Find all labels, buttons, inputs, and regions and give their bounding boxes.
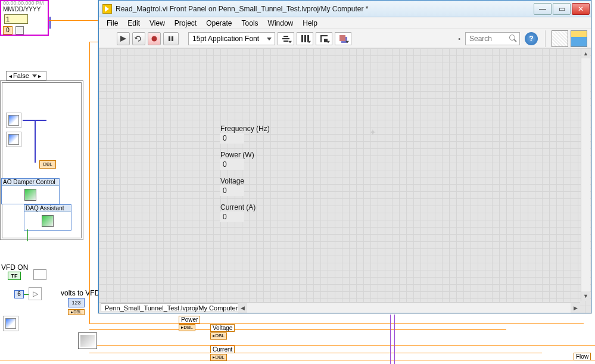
current-value[interactable]: 0 — [220, 211, 244, 222]
font-selector[interactable]: 15pt Application Font — [188, 32, 275, 45]
search-input[interactable] — [469, 35, 509, 43]
menu-project[interactable]: Project — [170, 19, 201, 27]
menu-tools[interactable]: Tools — [238, 19, 263, 27]
compare-node[interactable]: ▷ — [29, 287, 42, 300]
bd-current-label: Current — [210, 346, 235, 353]
close-button[interactable]: ✕ — [572, 3, 590, 15]
ao-damper-control-vi[interactable]: AO Damper Control — [1, 178, 60, 204]
scroll-up-arrow[interactable]: ▲ — [581, 49, 590, 58]
index-zero: 0 — [3, 26, 13, 35]
wire — [35, 120, 36, 163]
window-title: Read_Magtrol.vi Front Panel on Penn_Smal… — [116, 5, 532, 13]
voltage-label: Voltage — [220, 177, 244, 185]
scroll-left-arrow[interactable]: ◀ — [238, 303, 247, 313]
dbl-type-chip: ▸DBL — [210, 332, 227, 340]
menu-edit[interactable]: Edit — [123, 19, 144, 27]
dbl-coercion: DBL — [39, 160, 56, 169]
vertical-scrollbar[interactable]: ▲ ▼ — [581, 49, 590, 301]
express-node[interactable] — [6, 113, 21, 128]
vfd-on-label: VFD ON — [1, 263, 28, 272]
express-node[interactable] — [6, 132, 21, 147]
run-continuous-button[interactable] — [132, 32, 145, 45]
maximize-button[interactable]: ▭ — [553, 3, 571, 15]
wire — [89, 42, 98, 42]
dbl-type-chip: ▸DBL — [179, 324, 195, 331]
indicator-power: Power (W) 0 — [220, 151, 254, 170]
menu-operate[interactable]: Operate — [202, 19, 236, 27]
volts-to-vfd-label: volts to VFD — [61, 289, 99, 297]
menu-help[interactable]: Help — [298, 19, 322, 27]
reorder-dropdown[interactable] — [335, 32, 351, 45]
scroll-down-arrow[interactable]: ▼ — [581, 291, 590, 301]
wire — [89, 323, 584, 324]
power-label: Power (W) — [220, 151, 254, 159]
wire — [24, 294, 29, 295]
timestamp-format: MM/DD/YYYY — [3, 6, 41, 13]
voltage-value[interactable]: 0 — [220, 185, 244, 196]
front-panel-grid[interactable]: Frequency (Hz) 0 Power (W) 0 Voltage 0 C… — [99, 48, 591, 313]
cluster-icon — [15, 26, 24, 35]
font-selector-label: 15pt Application Font — [192, 35, 259, 43]
power-value[interactable]: 0 — [220, 159, 244, 170]
case-selector[interactable]: ◂ False ▸ — [6, 71, 46, 80]
abort-button[interactable] — [148, 32, 161, 45]
dbl-type-chip: ▸DBL — [68, 309, 85, 315]
connector-pane-icon[interactable] — [552, 30, 568, 47]
numeric-six[interactable]: 6 — [14, 290, 24, 298]
frequency-value[interactable]: 0 — [220, 133, 244, 144]
wire — [89, 353, 542, 353]
volts-to-vfd-terminal[interactable]: 123 — [68, 298, 85, 307]
bd-voltage-label: Voltage — [210, 324, 235, 332]
case-structure[interactable]: ◂ False ▸ DBL AO Damper Control DAQ Assi… — [0, 80, 83, 240]
pause-button[interactable] — [163, 32, 179, 45]
express-vi-icon — [24, 189, 36, 201]
svg-marker-0 — [120, 36, 126, 42]
menu-window[interactable]: Window — [264, 19, 298, 27]
daq-assistant-vi[interactable]: DAQ Assistant — [24, 204, 71, 231]
svg-rect-4 — [172, 36, 173, 41]
vi-icon[interactable] — [571, 30, 587, 47]
wire — [89, 345, 595, 346]
scroll-right-arrow[interactable]: ▶ — [571, 303, 580, 313]
bd-power-label: Power — [179, 316, 200, 323]
numeric-one[interactable]: 1 — [4, 14, 28, 24]
project-breadcrumb[interactable]: Penn_Small_Tunnel_Test.lvproj/My Compute… — [101, 303, 242, 312]
bool-indicator-icon — [33, 269, 46, 280]
horizontal-scrollbar[interactable]: Penn_Small_Tunnel_Test.lvproj/My Compute… — [99, 302, 580, 313]
wire — [394, 315, 395, 364]
resize-objects-dropdown[interactable] — [316, 32, 332, 45]
svg-rect-3 — [169, 36, 170, 41]
wire — [0, 360, 595, 360]
titlebar[interactable]: Read_Magtrol.vi Front Panel on Penn_Smal… — [99, 1, 591, 17]
context-help-button[interactable]: ? — [525, 32, 538, 45]
express-node[interactable] — [3, 316, 18, 331]
menu-file[interactable]: File — [102, 19, 122, 27]
svg-point-2 — [152, 36, 157, 41]
frequency-label: Frequency (Hz) — [220, 125, 270, 133]
menubar: File Edit View Project Operate Tools Win… — [99, 17, 591, 29]
current-label: Current (A) — [220, 203, 256, 211]
wire — [49, 17, 51, 29]
minimize-button[interactable]: — — [534, 3, 552, 15]
case-selector-value: False — [13, 72, 29, 79]
timestamp-cluster: 00:00:00.000 PM MM/DD/YYYY 1 0 — [0, 0, 49, 36]
indicator-frequency: Frequency (Hz) 0 — [220, 125, 270, 144]
indicator-voltage: Voltage 0 — [220, 177, 244, 196]
menu-view[interactable]: View — [145, 19, 169, 27]
front-panel-window: Read_Magtrol.vi Front Panel on Penn_Smal… — [98, 0, 591, 313]
subvi-node[interactable] — [78, 332, 97, 349]
wire — [390, 315, 391, 364]
search-icon — [509, 34, 518, 43]
search-box[interactable] — [465, 32, 520, 45]
align-objects-dropdown[interactable] — [278, 32, 294, 45]
vfd-on-terminal[interactable]: TF — [8, 272, 21, 280]
toolbar: 15pt Application Font • ? — [99, 29, 591, 48]
indicator-current: Current (A) 0 — [220, 203, 256, 222]
express-vi-icon — [42, 215, 54, 227]
wire — [89, 329, 506, 330]
run-button[interactable] — [117, 32, 130, 45]
timestamp-header: 00:00:00.000 PM — [3, 0, 44, 6]
distribute-objects-dropdown[interactable] — [297, 32, 313, 45]
wire — [49, 20, 98, 21]
daq-assistant-label: DAQ Assistant — [24, 205, 71, 212]
